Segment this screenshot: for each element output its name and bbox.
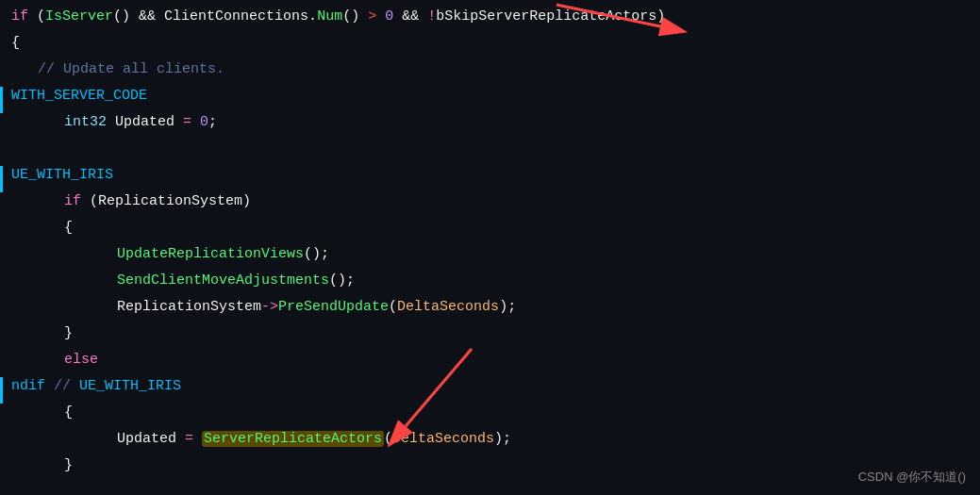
code-line-9: { xyxy=(0,219,980,245)
code-line-18: } xyxy=(0,456,980,483)
code-line-6 xyxy=(0,140,980,166)
code-line-1: if (IsServer() && ClientConnections.Num(… xyxy=(0,8,980,34)
code-line-8: if (ReplicationSystem) xyxy=(0,192,980,219)
code-line-7: UE_WITH_IRIS xyxy=(0,166,980,192)
code-line-3: // Update all clients. xyxy=(0,60,980,87)
code-line-12: ReplicationSystem->PreSendUpdate(DeltaSe… xyxy=(0,298,980,324)
code-line-2: { xyxy=(0,34,980,60)
code-line-5: int32 Updated = 0; xyxy=(0,113,980,140)
code-line-14: else xyxy=(0,351,980,377)
watermark: CSDN @你不知道() xyxy=(858,469,966,486)
code-line-16: { xyxy=(0,404,980,430)
code-line-15: ndif // UE_WITH_IRIS xyxy=(0,377,980,404)
code-lines: if (IsServer() && ClientConnections.Num(… xyxy=(0,8,980,483)
code-line-10: UpdateReplicationViews(); xyxy=(0,245,980,272)
code-line-17: Updated = ServerReplicateActors(DeltaSec… xyxy=(0,430,980,456)
code-line-11: SendClientMoveAdjustments(); xyxy=(0,272,980,298)
code-line-4: WITH_SERVER_CODE xyxy=(0,87,980,113)
code-editor: if (IsServer() && ClientConnections.Num(… xyxy=(0,0,980,495)
code-line-13: } xyxy=(0,324,980,351)
